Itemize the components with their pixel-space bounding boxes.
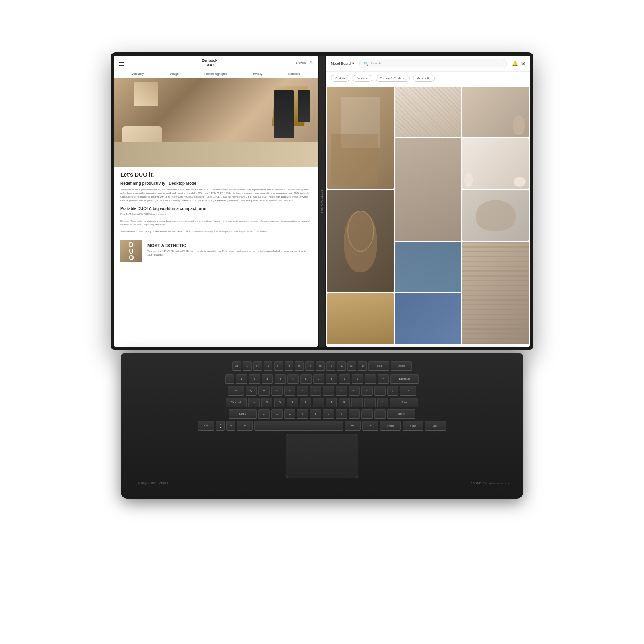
key-2[interactable]: 2 — [249, 374, 260, 384]
key-6[interactable]: 6 — [300, 374, 312, 384]
key-l[interactable]: L — [351, 398, 363, 407]
key-equals[interactable]: = — [378, 374, 389, 384]
key-t[interactable]: T — [297, 386, 308, 396]
key-alt-right[interactable]: Alt — [345, 421, 361, 431]
tag-stylish[interactable]: Stylish — [331, 75, 349, 82]
key-backtick[interactable]: ` — [225, 374, 234, 384]
nav-link-versatility[interactable]: Versatility — [132, 72, 144, 75]
key-quote[interactable]: ' — [377, 398, 388, 407]
nav-link-features[interactable]: Feature highlights — [204, 72, 227, 75]
key-i[interactable]: I — [336, 386, 347, 396]
laptop-container: Zenbook DUO SIGN IN 🔍 Versatility Design… — [101, 40, 543, 604]
key-1[interactable]: 1 — [236, 374, 247, 384]
key-prtsc[interactable]: Prt Sc — [368, 361, 389, 371]
key-u[interactable]: U — [323, 386, 334, 396]
key-v[interactable]: V — [297, 409, 308, 419]
key-f7[interactable]: F7 — [305, 361, 314, 371]
key-e[interactable]: E — [271, 386, 283, 396]
key-a[interactable]: A — [248, 398, 260, 407]
key-fn[interactable]: Fn■ — [216, 421, 225, 431]
hero-image — [114, 78, 318, 167]
key-space[interactable] — [254, 421, 343, 431]
key-f12[interactable]: F12 — [358, 361, 367, 371]
sign-in-link[interactable]: SIGN IN — [296, 61, 306, 64]
key-z[interactable]: Z — [258, 409, 270, 419]
search-bar[interactable]: 🔍 Search — [359, 59, 507, 68]
key-s[interactable]: S — [261, 398, 272, 407]
nav-link-more[interactable]: More Info — [288, 72, 300, 75]
search-icon: 🔍 — [364, 62, 368, 66]
key-4[interactable]: 4 — [275, 374, 286, 384]
tag-modern[interactable]: Modern — [353, 75, 372, 82]
key-k[interactable]: K — [339, 398, 350, 407]
key-y[interactable]: Y — [310, 386, 321, 396]
key-esc[interactable]: Esc — [232, 361, 241, 371]
key-w[interactable]: W — [258, 386, 270, 396]
key-ctrl-right[interactable]: Ctrl — [362, 421, 378, 431]
key-j[interactable]: J — [326, 398, 337, 407]
key-f6[interactable]: F6 — [295, 361, 304, 371]
key-d[interactable]: D — [274, 398, 285, 407]
key-tab[interactable]: Tab — [228, 386, 244, 396]
key-f11[interactable]: F11 — [347, 361, 356, 371]
tag-trendy[interactable]: Trendy & Fashion — [376, 75, 410, 82]
key-enter[interactable]: Enter — [390, 398, 418, 407]
key-f4[interactable]: F4 — [274, 361, 283, 371]
tag-aesthetic[interactable]: Aesthetic — [413, 75, 435, 82]
key-f[interactable]: F — [287, 398, 298, 407]
key-backspace[interactable]: Backspace — [390, 374, 419, 384]
key-f8[interactable]: F8 — [316, 361, 325, 371]
key-f5[interactable]: F5 — [285, 361, 293, 371]
key-x[interactable]: X — [271, 409, 283, 419]
key-alt-left[interactable]: Alt — [237, 421, 253, 431]
mood-image-8 — [395, 242, 461, 293]
key-f2[interactable]: F2 — [253, 361, 262, 371]
key-5[interactable]: 5 — [287, 374, 299, 384]
key-bracket-close[interactable]: ] — [387, 386, 398, 396]
nav-link-privacy[interactable]: Privacy — [253, 72, 262, 75]
key-o[interactable]: O — [349, 386, 360, 396]
key-7[interactable]: 7 — [313, 374, 324, 384]
key-delete[interactable]: Delete — [391, 361, 412, 371]
key-h[interactable]: H — [313, 398, 324, 407]
key-windows[interactable]: ⊞ — [226, 421, 235, 431]
key-9[interactable]: 9 — [339, 374, 350, 384]
key-shift-left[interactable]: Shift ⇧ — [229, 409, 257, 419]
key-slash[interactable]: / — [374, 409, 386, 419]
mood-board-label[interactable]: Mood Board ∨ — [331, 62, 355, 66]
key-q[interactable]: Q — [246, 386, 257, 396]
search-icon[interactable]: 🔍 — [310, 61, 313, 64]
trackpad[interactable] — [286, 434, 358, 478]
hamburger-menu[interactable] — [119, 59, 124, 66]
key-end[interactable]: End ↓ — [425, 421, 446, 431]
key-f9[interactable]: F9 — [326, 361, 335, 371]
bell-icon[interactable]: 🔔 — [512, 61, 518, 66]
key-f10[interactable]: F10 — [337, 361, 346, 371]
key-home[interactable]: ⌂ Home — [380, 421, 401, 431]
key-c[interactable]: C — [284, 409, 295, 419]
key-0[interactable]: 0 — [352, 374, 363, 384]
key-f3[interactable]: F3 — [264, 361, 272, 371]
key-semicolon[interactable]: ; — [364, 398, 376, 407]
nav-link-design[interactable]: Design — [170, 72, 179, 75]
key-backslash[interactable]: \ — [400, 386, 416, 396]
key-period[interactable]: . — [361, 409, 373, 419]
key-capslock[interactable]: Caps Lock — [226, 398, 247, 407]
mail-icon[interactable]: ✉ — [521, 61, 525, 66]
mood-image-7 — [462, 190, 529, 241]
key-shift-right[interactable]: Shift ⇧ — [387, 409, 415, 419]
key-ctrl-left[interactable]: Ctrl — [198, 421, 214, 431]
key-pgdn[interactable]: ↑PgDn — [402, 421, 423, 431]
key-3[interactable]: 3 — [262, 374, 273, 384]
key-comma[interactable]: , — [349, 409, 360, 419]
key-g[interactable]: G — [300, 398, 311, 407]
key-f1[interactable]: F1 — [243, 361, 252, 371]
key-bracket-open[interactable]: [ — [374, 386, 386, 396]
key-b[interactable]: B — [310, 409, 321, 419]
key-p[interactable]: P — [361, 386, 373, 396]
key-m[interactable]: M — [336, 409, 347, 419]
key-minus[interactable]: - — [365, 374, 376, 384]
key-n[interactable]: N — [323, 409, 334, 419]
key-8[interactable]: 8 — [326, 374, 337, 384]
key-r[interactable]: R — [284, 386, 295, 396]
